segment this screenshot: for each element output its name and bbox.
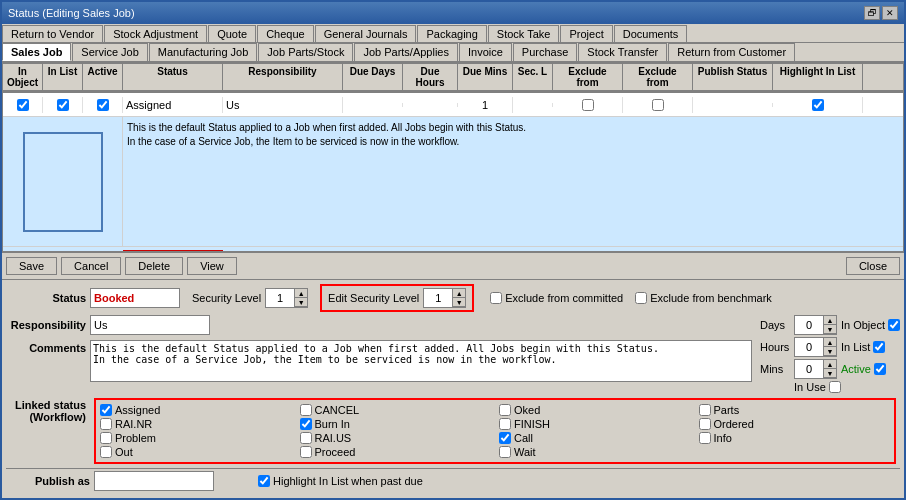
- cell-exclude2-1[interactable]: [623, 97, 693, 113]
- checkbox-in-object-1[interactable]: [17, 99, 29, 111]
- exclude-benchmark-check-label[interactable]: Exclude from benchmark: [635, 292, 772, 304]
- delete-button[interactable]: Delete: [125, 257, 183, 275]
- cell-in-list-1[interactable]: [43, 97, 83, 113]
- close-button[interactable]: Close: [846, 257, 900, 275]
- tab-documents[interactable]: Documents: [614, 25, 688, 42]
- workflow-ordered[interactable]: Ordered: [699, 418, 891, 430]
- workflow-proceed-checkbox[interactable]: [300, 446, 312, 458]
- workflow-ordered-checkbox[interactable]: [699, 418, 711, 430]
- mins-down[interactable]: ▼: [824, 369, 836, 378]
- cell-in-object-1[interactable]: [3, 97, 43, 113]
- workflow-finish[interactable]: FINISH: [499, 418, 691, 430]
- tab-job-parts-applies[interactable]: Job Parts/Applies: [354, 43, 458, 61]
- days-up[interactable]: ▲: [824, 316, 836, 325]
- tab-stock-adjustment[interactable]: Stock Adjustment: [104, 25, 207, 42]
- tab-quote[interactable]: Quote: [208, 25, 256, 42]
- table-row[interactable]: Assigned Us 1: [3, 93, 903, 117]
- comments-textarea[interactable]: This is the default Status applied to a …: [90, 340, 752, 382]
- security-level-down[interactable]: ▼: [295, 298, 307, 307]
- edit-security-up[interactable]: ▲: [453, 289, 465, 298]
- tab-invoice[interactable]: Invoice: [459, 43, 512, 61]
- workflow-problem[interactable]: Problem: [100, 432, 292, 444]
- view-button[interactable]: View: [187, 257, 237, 275]
- in-list-checkbox[interactable]: [873, 341, 885, 353]
- workflow-burnin[interactable]: Burn In: [300, 418, 492, 430]
- security-level-up[interactable]: ▲: [295, 289, 307, 298]
- cell-active-1[interactable]: [83, 97, 123, 113]
- save-button[interactable]: Save: [6, 257, 57, 275]
- active-checkbox[interactable]: [874, 363, 886, 375]
- tab-return-to-vendor[interactable]: Return to Vendor: [2, 25, 103, 42]
- tab-general-journals[interactable]: General Journals: [315, 25, 417, 42]
- in-object-checkbox[interactable]: [888, 319, 900, 331]
- workflow-oked[interactable]: Oked: [499, 404, 691, 416]
- workflow-raius[interactable]: RAI.US: [300, 432, 492, 444]
- tab-purchase[interactable]: Purchase: [513, 43, 577, 61]
- workflow-wait-checkbox[interactable]: [499, 446, 511, 458]
- tab-sales-job[interactable]: Sales Job: [2, 43, 71, 61]
- days-spin[interactable]: ▲ ▼: [794, 315, 837, 335]
- workflow-cancel[interactable]: CANCEL: [300, 404, 492, 416]
- workflow-cancel-checkbox[interactable]: [300, 404, 312, 416]
- in-list-check-label[interactable]: In List: [841, 341, 885, 353]
- checkbox-active-1[interactable]: [97, 99, 109, 111]
- workflow-proceed[interactable]: Proceed: [300, 446, 492, 458]
- tab-job-parts-stock[interactable]: Job Parts/Stock: [258, 43, 353, 61]
- tab-manufacturing-job[interactable]: Manufacturing Job: [149, 43, 258, 61]
- restore-button[interactable]: 🗗: [864, 6, 880, 20]
- cell-highlight-1[interactable]: [773, 97, 863, 113]
- hours-value[interactable]: [794, 337, 824, 357]
- active-check-label[interactable]: Active: [841, 363, 886, 375]
- highlight-checkbox[interactable]: [258, 475, 270, 487]
- workflow-burnin-checkbox[interactable]: [300, 418, 312, 430]
- days-value[interactable]: [794, 315, 824, 335]
- checkbox-in-list-1[interactable]: [57, 99, 69, 111]
- tab-stock-take[interactable]: Stock Take: [488, 25, 560, 42]
- hours-up[interactable]: ▲: [824, 338, 836, 347]
- days-down[interactable]: ▼: [824, 325, 836, 334]
- workflow-finish-checkbox[interactable]: [499, 418, 511, 430]
- hours-spin[interactable]: ▲ ▼: [794, 337, 837, 357]
- exclude-benchmark-checkbox[interactable]: [635, 292, 647, 304]
- security-level-value[interactable]: [265, 288, 295, 308]
- workflow-rainr[interactable]: RAI.NR: [100, 418, 292, 430]
- workflow-call[interactable]: Call: [499, 432, 691, 444]
- cancel-button[interactable]: Cancel: [61, 257, 121, 275]
- workflow-call-checkbox[interactable]: [499, 432, 511, 444]
- workflow-out[interactable]: Out: [100, 446, 292, 458]
- checkbox-highlight-1[interactable]: [812, 99, 824, 111]
- workflow-info[interactable]: Info: [699, 432, 891, 444]
- workflow-assigned-checkbox[interactable]: [100, 404, 112, 416]
- publish-input[interactable]: [94, 471, 214, 491]
- edit-security-spin[interactable]: ▲ ▼: [423, 288, 466, 308]
- security-level-spin[interactable]: ▲ ▼: [265, 288, 308, 308]
- workflow-wait[interactable]: Wait: [499, 446, 691, 458]
- tab-packaging[interactable]: Packaging: [417, 25, 486, 42]
- tab-project[interactable]: Project: [560, 25, 612, 42]
- mins-spin[interactable]: ▲ ▼: [794, 359, 837, 379]
- highlight-check-label[interactable]: Highlight In List when past due: [258, 475, 423, 487]
- responsibility-input[interactable]: [90, 315, 210, 335]
- close-button[interactable]: ✕: [882, 6, 898, 20]
- edit-security-down[interactable]: ▼: [453, 298, 465, 307]
- exclude-committed-check-label[interactable]: Exclude from committed: [490, 292, 623, 304]
- mins-value[interactable]: [794, 359, 824, 379]
- in-use-check-label[interactable]: In Use: [794, 381, 841, 393]
- in-object-check-label[interactable]: In Object: [841, 319, 900, 331]
- edit-security-value[interactable]: [423, 288, 453, 308]
- workflow-out-checkbox[interactable]: [100, 446, 112, 458]
- hours-down[interactable]: ▼: [824, 347, 836, 356]
- checkbox-exclude1-1[interactable]: [582, 99, 594, 111]
- status-input[interactable]: [90, 288, 180, 308]
- workflow-parts-checkbox[interactable]: [699, 404, 711, 416]
- cell-exclude1-1[interactable]: [553, 97, 623, 113]
- tab-service-job[interactable]: Service Job: [72, 43, 147, 61]
- exclude-committed-checkbox[interactable]: [490, 292, 502, 304]
- tab-return-from-customer[interactable]: Return from Customer: [668, 43, 795, 61]
- workflow-raius-checkbox[interactable]: [300, 432, 312, 444]
- tab-cheque[interactable]: Cheque: [257, 25, 314, 42]
- workflow-rainr-checkbox[interactable]: [100, 418, 112, 430]
- workflow-info-checkbox[interactable]: [699, 432, 711, 444]
- mins-up[interactable]: ▲: [824, 360, 836, 369]
- tab-stock-transfer[interactable]: Stock Transfer: [578, 43, 667, 61]
